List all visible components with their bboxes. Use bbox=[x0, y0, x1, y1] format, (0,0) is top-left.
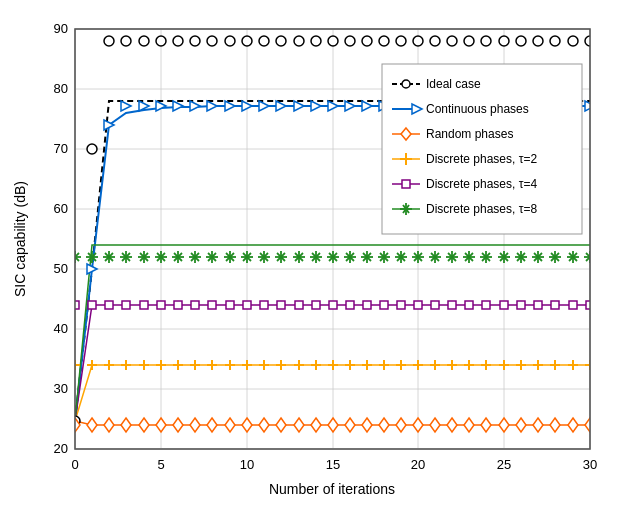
legend-ideal-label: Ideal case bbox=[426, 77, 481, 91]
x-tick-25: 25 bbox=[497, 457, 511, 472]
svg-rect-141 bbox=[105, 301, 113, 309]
x-tick-5: 5 bbox=[157, 457, 164, 472]
ideal-marker-10 bbox=[242, 36, 252, 46]
legend-tau8-label: Discrete phases, τ=8 bbox=[426, 202, 537, 216]
ideal-marker-9 bbox=[225, 36, 235, 46]
ideal-marker-8 bbox=[207, 36, 217, 46]
x-tick-20: 20 bbox=[411, 457, 425, 472]
x-tick-15: 15 bbox=[326, 457, 340, 472]
legend-tau4-marker bbox=[402, 180, 410, 188]
y-axis-label: SIC capability (dB) bbox=[12, 181, 28, 297]
svg-rect-145 bbox=[174, 301, 182, 309]
legend-tau2-label: Discrete phases, τ=2 bbox=[426, 152, 537, 166]
svg-rect-161 bbox=[448, 301, 456, 309]
ideal-marker-18 bbox=[379, 36, 389, 46]
svg-rect-156 bbox=[363, 301, 371, 309]
svg-rect-142 bbox=[122, 301, 130, 309]
ideal-marker-7 bbox=[190, 36, 200, 46]
y-tick-20: 20 bbox=[54, 441, 68, 456]
ideal-marker-24 bbox=[481, 36, 491, 46]
legend-ideal-marker bbox=[402, 80, 410, 88]
ideal-marker-2 bbox=[104, 36, 114, 46]
ideal-marker-23 bbox=[464, 36, 474, 46]
ideal-marker-29 bbox=[568, 36, 578, 46]
svg-rect-144 bbox=[157, 301, 165, 309]
ideal-marker-16 bbox=[345, 36, 355, 46]
svg-rect-160 bbox=[431, 301, 439, 309]
ideal-marker-21 bbox=[430, 36, 440, 46]
ideal-marker-6 bbox=[173, 36, 183, 46]
x-tick-0: 0 bbox=[71, 457, 78, 472]
svg-rect-158 bbox=[397, 301, 405, 309]
svg-rect-164 bbox=[500, 301, 508, 309]
svg-rect-165 bbox=[517, 301, 525, 309]
svg-rect-147 bbox=[208, 301, 216, 309]
svg-rect-152 bbox=[295, 301, 303, 309]
ideal-marker-4 bbox=[139, 36, 149, 46]
ideal-marker-11 bbox=[259, 36, 269, 46]
ideal-marker-26 bbox=[516, 36, 526, 46]
y-tick-60: 60 bbox=[54, 201, 68, 216]
svg-rect-167 bbox=[551, 301, 559, 309]
svg-rect-162 bbox=[465, 301, 473, 309]
ideal-marker-20 bbox=[413, 36, 423, 46]
svg-rect-151 bbox=[277, 301, 285, 309]
svg-rect-149 bbox=[243, 301, 251, 309]
ideal-marker-22 bbox=[447, 36, 457, 46]
ideal-marker-14 bbox=[311, 36, 321, 46]
svg-rect-148 bbox=[226, 301, 234, 309]
ideal-marker-17 bbox=[362, 36, 372, 46]
ideal-marker-25 bbox=[499, 36, 509, 46]
svg-rect-154 bbox=[329, 301, 337, 309]
ideal-marker-1 bbox=[87, 144, 97, 154]
chart-container: 20 30 40 50 60 70 80 90 0 5 10 15 20 25 … bbox=[10, 9, 630, 509]
ideal-marker-15 bbox=[328, 36, 338, 46]
x-axis-label: Number of iterations bbox=[269, 481, 395, 497]
ideal-marker-13 bbox=[294, 36, 304, 46]
svg-rect-159 bbox=[414, 301, 422, 309]
ideal-marker-5 bbox=[156, 36, 166, 46]
svg-rect-150 bbox=[260, 301, 268, 309]
legend-rand-label: Random phases bbox=[426, 127, 513, 141]
ideal-marker-3 bbox=[121, 36, 131, 46]
svg-rect-140 bbox=[88, 301, 96, 309]
ideal-marker-27 bbox=[533, 36, 543, 46]
svg-rect-157 bbox=[380, 301, 388, 309]
svg-rect-146 bbox=[191, 301, 199, 309]
y-tick-80: 80 bbox=[54, 81, 68, 96]
legend-tau4-label: Discrete phases, τ=4 bbox=[426, 177, 537, 191]
legend-cont-label: Continuous phases bbox=[426, 102, 529, 116]
ideal-marker-28 bbox=[550, 36, 560, 46]
svg-rect-166 bbox=[534, 301, 542, 309]
svg-rect-163 bbox=[482, 301, 490, 309]
x-tick-30: 30 bbox=[583, 457, 597, 472]
y-tick-90: 90 bbox=[54, 21, 68, 36]
svg-rect-155 bbox=[346, 301, 354, 309]
svg-rect-168 bbox=[569, 301, 577, 309]
ideal-marker-12 bbox=[276, 36, 286, 46]
svg-rect-143 bbox=[140, 301, 148, 309]
ideal-marker-19 bbox=[396, 36, 406, 46]
y-tick-50: 50 bbox=[54, 261, 68, 276]
y-tick-40: 40 bbox=[54, 321, 68, 336]
y-tick-30: 30 bbox=[54, 381, 68, 396]
y-tick-70: 70 bbox=[54, 141, 68, 156]
x-tick-10: 10 bbox=[240, 457, 254, 472]
svg-rect-153 bbox=[312, 301, 320, 309]
